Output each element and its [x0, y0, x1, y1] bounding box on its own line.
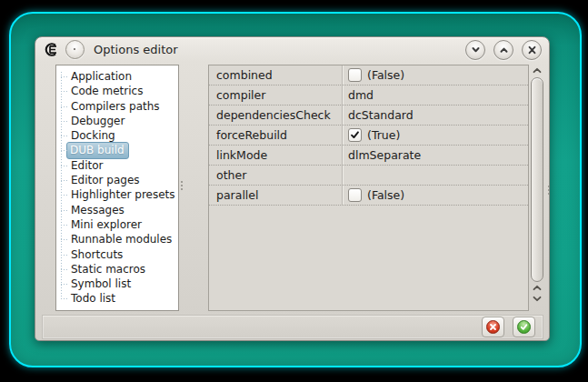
- chevron-up-icon: [498, 45, 510, 55]
- scroll-down-button[interactable]: [532, 295, 543, 303]
- property-name: parallel: [209, 186, 342, 205]
- cancel-button[interactable]: [482, 317, 504, 337]
- sidebar-item-debugger[interactable]: Debugger: [56, 114, 178, 128]
- scroll-up-button[interactable]: [532, 66, 543, 75]
- sidebar-item-messages[interactable]: Messages: [56, 203, 178, 217]
- screen: Options editor Application Co: [0, 0, 588, 382]
- property-grid: combined (False) compiler dmd dependenci…: [208, 65, 529, 311]
- property-value-text: (True): [367, 128, 400, 142]
- sidebar-item-dub-build[interactable]: DUB build: [56, 143, 178, 157]
- sidebar-item-docking[interactable]: Docking: [56, 128, 178, 143]
- checkbox-unchecked[interactable]: [348, 188, 362, 202]
- checkbox-unchecked[interactable]: [348, 68, 362, 82]
- sidebar-item-mini-explorer[interactable]: Mini explorer: [56, 217, 178, 232]
- close-button[interactable]: [522, 40, 542, 60]
- property-value-text: dlmSeparate: [348, 148, 421, 162]
- chevron-up-icon: [533, 67, 542, 74]
- options-editor-window: Options editor Application Co: [35, 36, 550, 341]
- scroll-up-button-2[interactable]: [532, 284, 543, 292]
- grid-vertical-scrollbar[interactable]: [529, 65, 545, 311]
- close-x-icon: [526, 45, 538, 55]
- property-value-text: (False): [367, 188, 404, 202]
- chevron-down-icon: [533, 296, 542, 302]
- sidebar-item-symbol-list[interactable]: Symbol list: [56, 276, 178, 291]
- property-row-forcerebuild[interactable]: forceRebuild (True): [209, 126, 528, 146]
- property-row-dependenciescheck[interactable]: dependenciesCheck dcStandard: [209, 106, 528, 126]
- sidebar-item-editor[interactable]: Editor: [56, 158, 178, 173]
- category-tree[interactable]: Application Code metrics Compilers paths…: [55, 65, 179, 311]
- property-name: linkMode: [209, 146, 342, 165]
- scrollbar-thumb[interactable]: [531, 77, 543, 282]
- splitter-handle[interactable]: [181, 181, 183, 192]
- sidebar-item-todo-list[interactable]: Todo list: [56, 291, 178, 306]
- property-name: other: [209, 166, 342, 185]
- sidebar-item-runnable-modules[interactable]: Runnable modules: [56, 232, 178, 246]
- property-row-other[interactable]: other: [209, 166, 528, 186]
- property-value[interactable]: [342, 166, 528, 185]
- accept-button[interactable]: [513, 317, 535, 337]
- property-value[interactable]: dlmSeparate: [342, 146, 528, 165]
- sidebar-item-compilers-paths[interactable]: Compilers paths: [56, 99, 178, 114]
- sidebar-item-shortcuts[interactable]: Shortcuts: [56, 247, 178, 262]
- property-value[interactable]: (False): [342, 186, 528, 205]
- sidebar-item-editor-pages[interactable]: Editor pages: [56, 173, 178, 187]
- property-row-linkmode[interactable]: linkMode dlmSeparate: [209, 146, 528, 166]
- maximize-button[interactable]: [493, 40, 513, 60]
- property-row-parallel[interactable]: parallel (False): [209, 186, 528, 206]
- coedit-logo-icon: [43, 42, 59, 57]
- property-value-text: (False): [367, 68, 404, 82]
- chevron-down-icon: [470, 45, 482, 55]
- property-row-compiler[interactable]: compiler dmd: [209, 85, 528, 106]
- cancel-x-icon: [486, 320, 500, 334]
- checkbox-checked[interactable]: [348, 128, 362, 142]
- property-value[interactable]: (True): [342, 126, 528, 145]
- window-resize-grip[interactable]: [548, 186, 550, 196]
- check-icon: [350, 130, 360, 140]
- titlebar[interactable]: Options editor: [35, 37, 549, 62]
- property-row-combined[interactable]: combined (False): [209, 65, 528, 85]
- property-name: compiler: [209, 85, 342, 105]
- sidebar-item-application[interactable]: Application: [56, 69, 178, 84]
- property-name: combined: [209, 65, 342, 85]
- sidebar-item-code-metrics[interactable]: Code metrics: [56, 84, 178, 98]
- window-title: Options editor: [94, 43, 178, 56]
- property-name: forceRebuild: [209, 126, 342, 145]
- accept-check-icon: [517, 320, 531, 334]
- minimize-button[interactable]: [465, 40, 485, 60]
- property-name: dependenciesCheck: [209, 106, 342, 125]
- window-menu-button[interactable]: [65, 40, 85, 59]
- property-value-text: dmd: [348, 88, 374, 102]
- sidebar-item-static-macros[interactable]: Static macros: [56, 262, 178, 276]
- property-value-text: dcStandard: [348, 108, 414, 122]
- property-value[interactable]: dmd: [342, 85, 528, 105]
- footer-bar: [42, 315, 543, 339]
- property-value[interactable]: (False): [342, 65, 528, 85]
- sidebar-item-highlighter-presets[interactable]: Highlighter presets: [56, 187, 178, 202]
- chevron-up-icon: [533, 285, 542, 291]
- property-value[interactable]: dcStandard: [342, 106, 528, 125]
